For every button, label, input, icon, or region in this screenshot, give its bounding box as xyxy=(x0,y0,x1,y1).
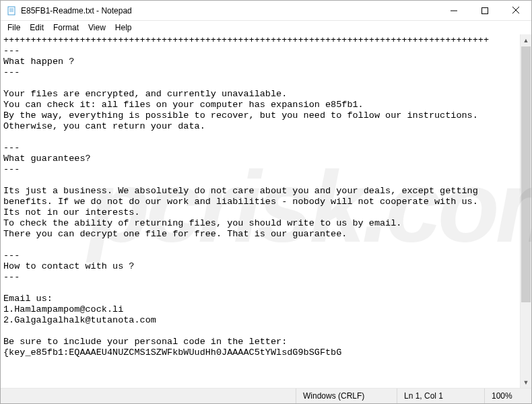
menu-file[interactable]: File xyxy=(3,22,24,33)
menu-edit[interactable]: Edit xyxy=(26,22,48,33)
menu-view[interactable]: View xyxy=(84,22,110,33)
vertical-scrollbar[interactable]: ▲ ▼ xyxy=(520,34,531,388)
menu-help[interactable]: Help xyxy=(111,22,136,33)
scroll-up-icon[interactable]: ▲ xyxy=(521,34,531,46)
svg-rect-0 xyxy=(8,7,15,15)
status-zoom: 100% xyxy=(484,389,531,403)
scroll-down-icon[interactable]: ▼ xyxy=(521,376,531,388)
menu-format[interactable]: Format xyxy=(49,22,83,33)
maximize-button[interactable] xyxy=(469,1,500,20)
status-encoding: Windows (CRLF) xyxy=(296,389,397,403)
minimize-button[interactable] xyxy=(438,1,469,20)
svg-rect-5 xyxy=(482,7,488,13)
scrollbar-thumb[interactable] xyxy=(521,46,531,302)
text-content[interactable]: ++++++++++++++++++++++++++++++++++++++++… xyxy=(1,34,520,388)
window-title: E85FB1-Readme.txt - Notepad xyxy=(21,6,438,15)
notepad-icon xyxy=(6,5,17,16)
notepad-window: E85FB1-Readme.txt - Notepad File Edit Fo… xyxy=(0,0,532,404)
window-controls xyxy=(438,1,531,20)
close-button[interactable] xyxy=(500,1,531,20)
editor-area: pcrisk.com +++++++++++++++++++++++++++++… xyxy=(1,34,531,388)
menubar: File Edit Format View Help xyxy=(1,21,531,34)
status-position: Ln 1, Col 1 xyxy=(397,389,484,403)
statusbar: Windows (CRLF) Ln 1, Col 1 100% xyxy=(1,388,531,403)
titlebar[interactable]: E85FB1-Readme.txt - Notepad xyxy=(1,1,531,21)
